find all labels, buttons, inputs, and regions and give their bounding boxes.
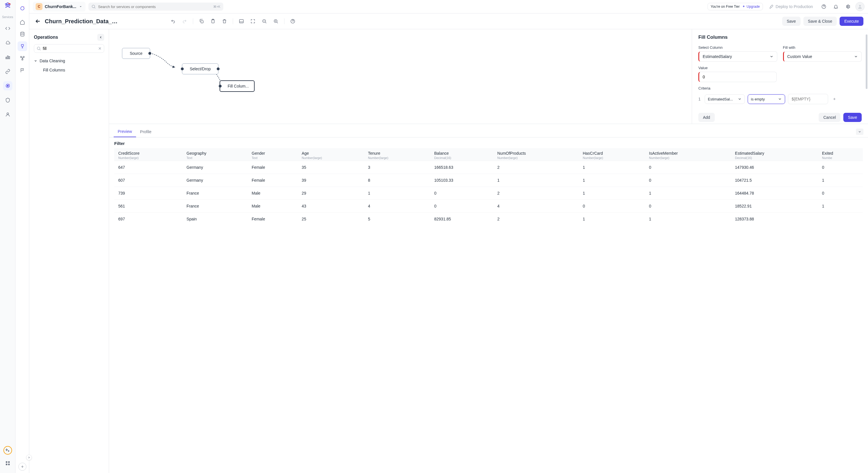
paste-button[interactable] (208, 17, 218, 26)
copy-button[interactable] (197, 17, 206, 26)
topbar: C ChurnForBank... ⌘+K You're on Free Tie… (29, 0, 868, 13)
table-cell: 1 (364, 187, 430, 200)
tree-item-fill-columns[interactable]: Fill Columns (29, 65, 109, 75)
port-in[interactable] (219, 85, 222, 88)
chevron-down-icon (854, 55, 858, 59)
zoom-in-button[interactable] (271, 17, 281, 26)
criteria-column-dropdown[interactable]: EstimatedSal... (705, 94, 745, 104)
flyout-toggle-icon[interactable] (26, 454, 32, 461)
fullscreen-button[interactable] (248, 17, 258, 26)
execute-button[interactable]: Execute (840, 17, 863, 26)
add-criteria-button[interactable]: ＋ (831, 96, 838, 102)
rail-link-icon[interactable] (3, 67, 12, 76)
flag-icon[interactable] (18, 65, 27, 75)
node-fill-columns[interactable]: Fill Colum... (220, 81, 255, 92)
save-close-button[interactable]: Save & Close (803, 17, 837, 26)
database-icon[interactable] (18, 29, 27, 39)
undo-button[interactable] (168, 17, 178, 26)
table-cell: 29 (298, 187, 364, 200)
table-header[interactable]: BalanceDecimal(16) (430, 148, 493, 161)
org-selector[interactable]: C ChurnForBank... (33, 2, 86, 11)
select-column-dropdown[interactable]: EstimatedSalary (699, 51, 777, 62)
flow-icon[interactable] (18, 41, 27, 51)
table-header[interactable]: TenureNumber(large) (364, 148, 430, 161)
gear-icon[interactable] (843, 2, 852, 11)
org-badge: C (36, 3, 42, 10)
rail-security-icon[interactable] (3, 96, 12, 105)
bell-icon[interactable] (831, 2, 840, 11)
tab-profile[interactable]: Profile (136, 127, 156, 137)
table-cell: 2 (493, 161, 579, 174)
save-button[interactable]: Save (782, 17, 801, 26)
table-header[interactable]: GenderText (248, 148, 298, 161)
table-header[interactable]: IsActiveMemberNumber(large) (645, 148, 731, 161)
table-row: 561FranceMale434040018522.911 (114, 200, 863, 213)
services-label: Services (2, 15, 13, 19)
table-header[interactable]: NumOfProductsNumber(large) (493, 148, 579, 161)
table-header[interactable]: HasCrCardNumber(large) (579, 148, 645, 161)
rail-user-icon[interactable] (3, 110, 12, 119)
table-header[interactable]: EstimatedSalaryDecimal(16) (731, 148, 818, 161)
rail-cloud-icon[interactable] (3, 38, 12, 48)
delete-button[interactable] (220, 17, 229, 26)
port-in[interactable] (181, 67, 184, 70)
config-scrollbar[interactable] (866, 34, 867, 119)
table-header[interactable]: CreditScoreNumber(large) (114, 148, 183, 161)
help-icon[interactable] (819, 2, 828, 11)
preview-table-wrap[interactable]: CreditScoreNumber(large)GeographyTextGen… (109, 148, 868, 473)
add-button[interactable]: Add (699, 113, 715, 122)
rail-magic-icon[interactable] (3, 446, 12, 454)
node-select-drop[interactable]: Select/Drop (182, 63, 218, 74)
criteria-value-input[interactable] (788, 94, 828, 104)
nodes-icon[interactable] (18, 53, 27, 63)
table-cell: 1 (645, 213, 731, 226)
table-cell: 0 (645, 174, 731, 187)
rail-top-icon[interactable] (18, 3, 27, 13)
collapse-panel-button[interactable] (97, 34, 104, 41)
config-panel: Fill Columns Select Column EstimatedSala… (692, 29, 868, 124)
operations-search-input[interactable] (43, 46, 96, 51)
table-header[interactable]: AgeNumber(large) (298, 148, 364, 161)
global-search[interactable]: ⌘+K (88, 3, 223, 11)
preview-section: Preview Profile Filter CreditScoreNumber… (109, 124, 868, 473)
operations-search[interactable]: ✕ (34, 44, 104, 53)
cancel-button[interactable]: Cancel (818, 113, 840, 122)
clear-search-icon[interactable]: ✕ (98, 46, 102, 51)
table-header[interactable]: ExitedNumbe (818, 148, 863, 161)
help-toolbar-icon[interactable] (288, 17, 298, 26)
table-cell (818, 213, 863, 226)
table-header[interactable]: GeographyText (183, 148, 248, 161)
tab-preview[interactable]: Preview (114, 126, 136, 137)
upgrade-button[interactable]: Upgrade (742, 5, 760, 9)
tree-group-data-cleaning[interactable]: Data Cleaning (29, 56, 109, 65)
table-cell: Female (248, 161, 298, 174)
table-cell: 1 (818, 200, 863, 213)
redo-button[interactable] (180, 17, 189, 26)
criteria-op-dropdown[interactable]: is empty (748, 94, 785, 104)
config-save-button[interactable]: Save (843, 113, 862, 122)
node-source[interactable]: Source (122, 48, 150, 59)
value-input[interactable] (699, 72, 777, 82)
fill-with-dropdown[interactable]: Custom Value (783, 51, 862, 62)
rail-analytics-icon[interactable] (3, 53, 12, 62)
rail-apps-icon[interactable] (3, 459, 12, 468)
expand-preview-button[interactable] (856, 129, 863, 135)
org-name: ChurnForBank... (45, 4, 76, 9)
add-button[interactable] (19, 463, 26, 471)
svg-rect-22 (239, 20, 243, 23)
avatar[interactable] (856, 2, 865, 11)
rail-pipeline-icon[interactable] (3, 81, 12, 90)
rail-code-icon[interactable] (3, 24, 12, 33)
search-input[interactable] (98, 5, 211, 9)
port-out[interactable] (217, 67, 220, 70)
zoom-out-button[interactable] (259, 17, 269, 26)
svg-point-17 (847, 6, 849, 7)
table-cell: 561 (114, 200, 183, 213)
table-cell: 739 (114, 187, 183, 200)
pipeline-canvas[interactable]: Source Select/Drop Fill Colum... (109, 29, 692, 124)
deploy-link[interactable]: Deploy to Production (769, 4, 813, 9)
port-out[interactable] (148, 52, 151, 55)
back-button[interactable] (34, 17, 42, 25)
layout-button[interactable] (237, 17, 246, 26)
home-icon[interactable] (18, 17, 27, 27)
